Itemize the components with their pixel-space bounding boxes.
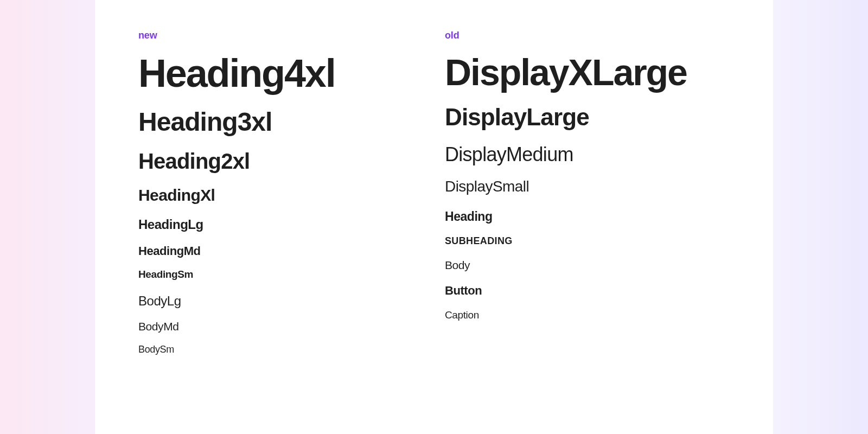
- type-sample-displayxlarge: DisplayXLarge: [445, 53, 730, 92]
- type-sample-heading2xl: Heading2xl: [138, 150, 423, 173]
- new-typography-column: new Heading4xl Heading3xl Heading2xl Hea…: [138, 30, 423, 434]
- type-sample-subheading: SUBHEADING: [445, 236, 730, 246]
- type-sample-heading: Heading: [445, 210, 730, 223]
- type-sample-headinglg: HeadingLg: [138, 218, 423, 231]
- type-sample-displaylarge: DisplayLarge: [445, 105, 730, 130]
- type-sample-body: Body: [445, 259, 730, 271]
- type-sample-headingxl: HeadingXl: [138, 187, 423, 204]
- type-sample-bodysm: BodySm: [138, 344, 423, 355]
- type-sample-bodymd: BodyMd: [138, 321, 423, 333]
- type-sample-headingmd: HeadingMd: [138, 245, 423, 257]
- type-sample-displaysmall: DisplaySmall: [445, 178, 730, 194]
- type-sample-heading4xl: Heading4xl: [138, 53, 423, 94]
- type-sample-bodylg: BodyLg: [138, 294, 423, 308]
- type-sample-displaymedium: DisplayMedium: [445, 144, 730, 165]
- column-label-new: new: [138, 30, 423, 41]
- type-sample-heading3xl: Heading3xl: [138, 108, 423, 136]
- column-label-old: old: [445, 30, 730, 41]
- type-sample-caption: Caption: [445, 310, 730, 321]
- typography-comparison-card: new Heading4xl Heading3xl Heading2xl Hea…: [95, 0, 773, 434]
- type-sample-button: Button: [445, 284, 730, 297]
- old-typography-column: old DisplayXLarge DisplayLarge DisplayMe…: [445, 30, 730, 434]
- type-sample-headingsm: HeadingSm: [138, 269, 423, 280]
